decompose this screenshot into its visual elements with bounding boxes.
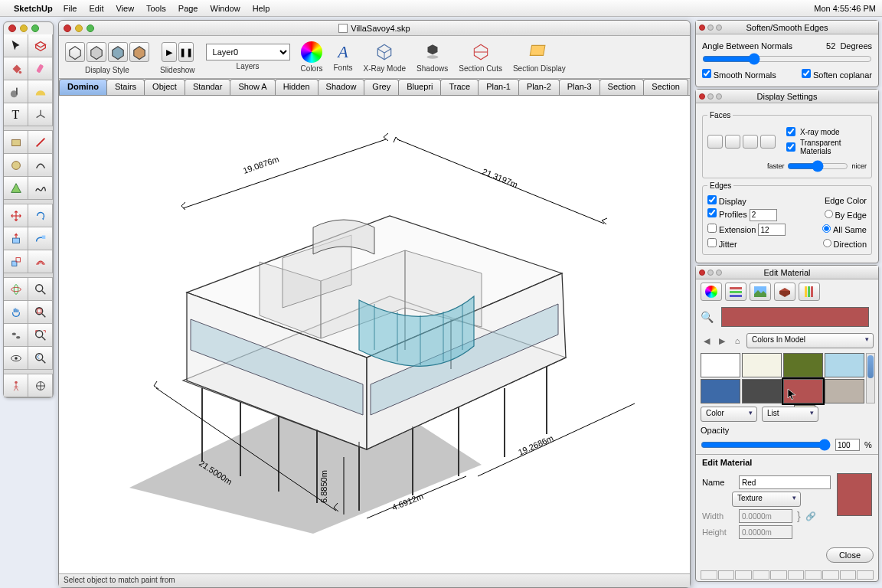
tab-plan3[interactable]: Plan-3 bbox=[559, 79, 600, 95]
tab-section1[interactable]: Section bbox=[599, 79, 645, 95]
menu-file[interactable]: File bbox=[64, 4, 77, 13]
palette-well[interactable] bbox=[701, 570, 717, 580]
menu-view[interactable]: View bbox=[116, 4, 134, 13]
followme-tool[interactable] bbox=[28, 227, 53, 250]
xray-button[interactable] bbox=[374, 41, 395, 63]
tab-object[interactable]: Object bbox=[144, 79, 185, 95]
soften-coplanar-check[interactable] bbox=[802, 69, 811, 78]
menu-edit[interactable]: Edit bbox=[89, 4, 103, 13]
text-tool[interactable]: T bbox=[4, 103, 28, 126]
palette-well[interactable] bbox=[805, 570, 822, 580]
arc-tool[interactable] bbox=[28, 154, 53, 177]
tab-hidden[interactable]: Hidden bbox=[275, 79, 318, 95]
display-edges-check[interactable] bbox=[707, 195, 717, 204]
swatch[interactable] bbox=[825, 379, 864, 403]
rotate-tool[interactable] bbox=[28, 204, 53, 227]
polygon-tool[interactable] bbox=[4, 177, 28, 200]
face-style-2[interactable] bbox=[725, 135, 740, 149]
style-shaded[interactable] bbox=[108, 42, 128, 62]
play-button[interactable]: ▶ bbox=[162, 42, 177, 62]
zoom-tool[interactable] bbox=[28, 278, 53, 301]
material-tab-wheel[interactable] bbox=[701, 283, 722, 301]
tab-bluepri[interactable]: Bluepri bbox=[398, 79, 441, 95]
pan-tool[interactable] bbox=[4, 301, 28, 324]
fonts-button[interactable]: A bbox=[338, 42, 348, 62]
palette-well[interactable] bbox=[753, 570, 769, 580]
tape-measure-tool[interactable] bbox=[4, 80, 28, 103]
nav-back[interactable]: ◀ bbox=[701, 335, 713, 347]
close-button[interactable]: Close bbox=[826, 547, 874, 563]
swatch[interactable] bbox=[701, 379, 740, 403]
palette-well[interactable] bbox=[822, 570, 839, 580]
tab-plan1[interactable]: Plan-1 bbox=[478, 79, 519, 95]
tab-shadow[interactable]: Shadow bbox=[318, 79, 365, 95]
angle-slider[interactable] bbox=[702, 53, 872, 65]
collection-select[interactable]: Colors In Model bbox=[746, 333, 874, 348]
menu-tools[interactable]: Tools bbox=[146, 4, 166, 13]
swatch[interactable] bbox=[825, 353, 864, 377]
menu-help[interactable]: Help bbox=[253, 4, 270, 13]
paint-bucket-tool[interactable] bbox=[4, 57, 28, 80]
circle-tool[interactable] bbox=[4, 154, 28, 177]
zoom-window-tool[interactable] bbox=[28, 301, 53, 324]
opacity-input[interactable] bbox=[835, 439, 860, 451]
texture-select[interactable]: Texture bbox=[732, 492, 801, 507]
style-hidden[interactable] bbox=[87, 42, 106, 62]
tab-standar[interactable]: Standar bbox=[185, 79, 231, 95]
palette-well[interactable] bbox=[857, 570, 874, 580]
material-tab-sliders[interactable] bbox=[725, 283, 746, 301]
color-mode-select[interactable]: Color bbox=[701, 407, 757, 422]
smooth-normals-check[interactable] bbox=[702, 69, 711, 78]
axes-tool[interactable] bbox=[28, 103, 53, 126]
material-tab-crayons[interactable] bbox=[799, 283, 820, 301]
face-style-3[interactable] bbox=[743, 135, 758, 149]
rectangle-tool[interactable] bbox=[4, 131, 28, 154]
titlebar[interactable]: VillaSavoy4.skp bbox=[59, 21, 690, 36]
line-tool[interactable] bbox=[28, 131, 53, 154]
face-style-1[interactable] bbox=[707, 135, 723, 149]
palette-well[interactable] bbox=[718, 570, 735, 580]
freehand-tool[interactable] bbox=[28, 177, 53, 200]
select-tool[interactable] bbox=[4, 34, 28, 57]
offset-tool[interactable] bbox=[28, 250, 53, 273]
xray-mode-check[interactable] bbox=[786, 127, 795, 136]
tab-trace[interactable]: Trace bbox=[440, 79, 479, 95]
window-controls[interactable] bbox=[64, 24, 94, 32]
menu-window[interactable]: Window bbox=[211, 4, 240, 13]
colors-button[interactable] bbox=[301, 41, 322, 63]
previous-view-tool[interactable] bbox=[28, 347, 53, 370]
transparent-check[interactable] bbox=[786, 142, 795, 152]
all-same-radio[interactable] bbox=[822, 224, 831, 233]
eraser-tool[interactable] bbox=[28, 57, 53, 80]
opacity-slider[interactable] bbox=[701, 439, 831, 451]
palette-well[interactable] bbox=[735, 570, 752, 580]
extension-input[interactable] bbox=[758, 224, 786, 236]
nav-home-icon[interactable]: ⌂ bbox=[731, 335, 743, 347]
3d-viewport[interactable]: 19.0876m 21.3197m 21.5000m 4.6912m 19.26… bbox=[59, 96, 690, 573]
orbit-tool[interactable] bbox=[4, 278, 28, 301]
by-edge-radio[interactable] bbox=[825, 210, 833, 218]
app-name[interactable]: SketchUp bbox=[14, 4, 53, 13]
move-tool[interactable] bbox=[4, 204, 28, 227]
pause-button[interactable]: ❚❚ bbox=[178, 42, 194, 62]
face-style-4[interactable] bbox=[760, 135, 776, 149]
look-around-tool[interactable] bbox=[4, 347, 28, 370]
material-tab-brick[interactable] bbox=[774, 283, 795, 301]
nav-fwd[interactable]: ▶ bbox=[716, 335, 728, 347]
style-textured[interactable] bbox=[129, 42, 149, 62]
material-name-input[interactable] bbox=[739, 475, 831, 489]
swatch[interactable] bbox=[742, 379, 782, 403]
jitter-check[interactable] bbox=[707, 238, 717, 247]
quality-slider[interactable] bbox=[787, 160, 848, 172]
tab-showa[interactable]: Show A bbox=[230, 79, 275, 95]
extension-check[interactable] bbox=[707, 224, 717, 233]
section-display-button[interactable] bbox=[528, 41, 550, 63]
shadows-button[interactable] bbox=[422, 41, 443, 63]
direction-radio[interactable] bbox=[823, 239, 831, 247]
profiles-check[interactable] bbox=[707, 208, 717, 217]
tab-domino[interactable]: Domino bbox=[59, 79, 107, 95]
component-tool[interactable] bbox=[28, 34, 53, 57]
palette-window-controls[interactable] bbox=[4, 22, 53, 34]
tab-section2[interactable]: Section bbox=[643, 79, 688, 95]
scale-tool[interactable] bbox=[4, 250, 28, 273]
